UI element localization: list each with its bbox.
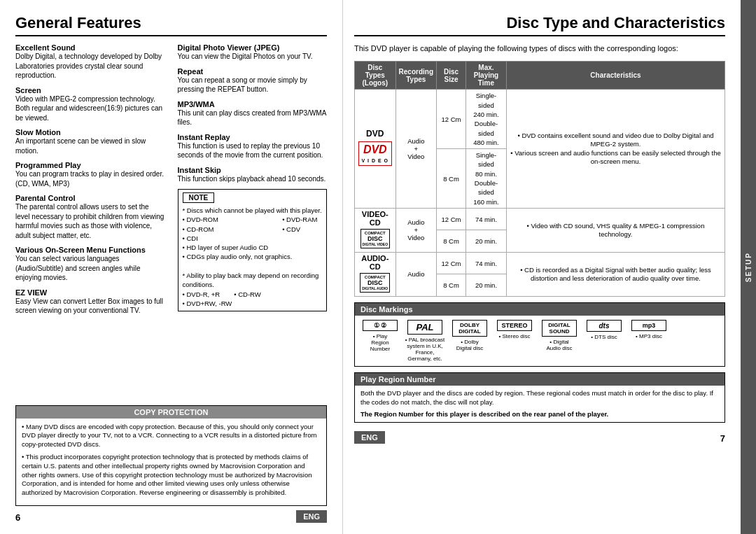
play-region-header: Play Region Number (355, 373, 724, 386)
mp3-icon: mp3 (631, 320, 666, 331)
play-region-body: Both the DVD player and the discs are co… (355, 386, 724, 422)
feature-digital-photo: Digital Photo Viewer (JPEG) You can view… (178, 43, 328, 62)
feature-slow-motion: Slow Motion An important scene can be vi… (15, 128, 165, 155)
dvd-size-2: 8 Cm (437, 149, 466, 209)
left-page: General Features Excellent Sound Dolby D… (0, 0, 343, 534)
dolby-icon: DOLBYDIGITAL (452, 320, 487, 337)
feature-instant-replay: Instant Replay This function is used to … (178, 133, 328, 160)
marking-dolby: DOLBYDIGITAL • DolbyDigital disc (449, 320, 491, 351)
feature-on-screen-menu: Various On-Screen Menu Functions You can… (15, 246, 165, 283)
disc-markings-body: ① ② • PlayRegionNumber PAL • PAL broadca… (355, 316, 724, 366)
acd-section-label: AUDIO-CD (358, 254, 393, 271)
vcd-size-1: 12 Cm (437, 208, 466, 230)
note-content: * Discs which cannot be played with this… (183, 206, 323, 308)
feature-repeat: Repeat You can repeat a song or movie si… (178, 67, 328, 94)
features-col2: Digital Photo Viewer (JPEG) You can view… (178, 43, 328, 400)
dvd-section-label: DVD (358, 129, 393, 139)
vcd-recording: Audio+Video (396, 208, 436, 252)
left-page-title: General Features (15, 14, 327, 36)
vcd-time-1: 74 min. (465, 208, 506, 230)
feature-parental-control: Parental Control The parental control al… (15, 194, 165, 240)
dvd-recording: Audio+Video (396, 90, 436, 209)
dts-icon: dts (587, 320, 622, 332)
col-disc-size: Disc Size (437, 62, 466, 90)
marking-mp3: mp3 • MP3 disc (628, 320, 670, 339)
vcd-logo-graphic: COMPACT DISC DIGITAL VIDEO (360, 229, 390, 248)
features-col1: Excellent Sound Dolby Digital, a technol… (15, 43, 165, 400)
col-playing-time: Max.Playing Time (465, 62, 506, 90)
copy-protection-body: • Many DVD discs are encoded with copy p… (16, 419, 326, 506)
vcd-characteristics: • Video with CD sound, VHS quality & MPE… (506, 208, 724, 252)
page-number-left: 6 ENG (15, 510, 327, 523)
marking-stereo: STEREO • Stereo disc (493, 320, 536, 339)
marking-region: ① ② • PlayRegionNumber (359, 320, 401, 352)
stereo-icon: STEREO (497, 320, 532, 331)
features-columns: Excellent Sound Dolby Digital, a technol… (15, 43, 327, 400)
right-page-title: Disc Type and Characteristics (354, 14, 725, 36)
region-icon: ① ② (363, 320, 398, 331)
note-box: NOTE * Discs which cannot be played with… (178, 189, 328, 311)
acd-logo-graphic: COMPACT DISC DIGITAL AUDIO (360, 273, 390, 293)
feature-programmed-play: Programmed Play You can program tracks t… (15, 161, 165, 188)
vcd-section-label: VIDEO-CD (358, 210, 393, 227)
dvd-characteristics: • DVD contains excellent sound and video… (506, 90, 724, 209)
copy-protection-header: COPY PROTECTION (16, 406, 326, 419)
vcd-time-2: 20 min. (465, 230, 506, 253)
setup-tab: SETUP (741, 0, 756, 534)
dvd-time-2: Single-sided80 min.Double-sided160 min. (465, 149, 506, 209)
acd-recording: Audio (396, 252, 436, 296)
marking-dts: dts • DTS disc (583, 320, 625, 340)
copy-protection-box: COPY PROTECTION • Many DVD discs are enc… (15, 405, 327, 507)
disc-table: Disc Types(Logos) RecordingTypes Disc Si… (354, 61, 725, 297)
table-row-vcd: VIDEO-CD COMPACT DISC DIGITAL VIDEO Audi… (355, 208, 725, 230)
page-number-right: ENG 7 (354, 431, 725, 444)
play-region-box: Play Region Number Both the DVD player a… (354, 372, 725, 423)
intro-text: This DVD player is capable of playing th… (354, 43, 725, 54)
feature-mp3-wma: MP3/WMA This unit can play discs created… (178, 100, 328, 127)
marking-pal: PAL • PAL broadcastsystem in U.K,France,… (404, 320, 446, 362)
disc-markings-box: Disc Markings ① ② • PlayRegionNumber PAL… (354, 302, 725, 367)
dvd-logo-cell: DVD DVD V I D E O (355, 90, 396, 209)
col-recording: RecordingTypes (396, 62, 436, 90)
col-characteristics: Characteristics (506, 62, 724, 90)
dvd-logo-graphic: DVD V I D E O (358, 141, 393, 166)
dvd-time-1: Single-sided240 min.Double-sided480 min. (465, 90, 506, 149)
disc-markings-header: Disc Markings (355, 303, 724, 316)
acd-size-2: 8 Cm (437, 274, 466, 297)
dvd-size-1: 12 Cm (437, 90, 466, 149)
acd-time-2: 20 min. (465, 274, 506, 297)
feature-instant-skip: Instant Skip This function skips playbac… (178, 166, 328, 184)
vcd-size-2: 8 Cm (437, 230, 466, 253)
vcd-logo-cell: VIDEO-CD COMPACT DISC DIGITAL VIDEO (355, 208, 396, 252)
marking-digital: DIGITALSOUND • DigitalAudio disc (538, 320, 580, 351)
acd-characteristics: • CD is recorded as a Digital Signal wit… (506, 252, 724, 296)
feature-ez-view: EZ VIEW Easy View can convert Letter Box… (15, 288, 165, 316)
feature-screen: Screen Video with MPEG-2 compression tec… (15, 86, 165, 123)
acd-time-1: 74 min. (465, 252, 506, 274)
acd-size-1: 12 Cm (437, 252, 466, 274)
digital-icon: DIGITALSOUND (542, 320, 577, 337)
pal-icon: PAL (407, 320, 442, 335)
acd-logo-cell: AUDIO-CD COMPACT DISC DIGITAL AUDIO (355, 252, 396, 296)
feature-excellent-sound: Excellent Sound Dolby Digital, a technol… (15, 43, 165, 80)
table-row-acd: AUDIO-CD COMPACT DISC DIGITAL AUDIO Audi… (355, 252, 725, 274)
right-page: Disc Type and Characteristics This DVD p… (343, 0, 741, 534)
table-row-dvd: DVD DVD V I D E O Audio+Video 12 Cm Sing… (355, 90, 725, 149)
col-disc-types: Disc Types(Logos) (355, 62, 396, 90)
